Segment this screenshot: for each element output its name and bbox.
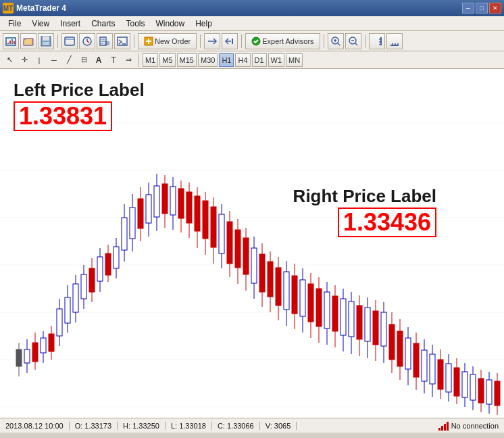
status-high: H: 1.33250	[118, 422, 166, 430]
trendline-button[interactable]: ╱	[62, 53, 76, 67]
chart-shift-icon	[224, 36, 235, 47]
svg-rect-111	[268, 262, 273, 297]
text-button[interactable]: A	[92, 53, 105, 67]
profiles-button[interactable]	[61, 33, 78, 49]
arrow-button[interactable]: ⇒	[122, 53, 135, 67]
channel-button[interactable]: ⊟	[77, 53, 91, 67]
new-order-button[interactable]: New Order	[138, 33, 197, 49]
timeframe-h4[interactable]: H4	[235, 53, 250, 67]
open-icon	[23, 36, 34, 47]
price-scale-button[interactable]	[369, 33, 385, 49]
expert-advisors-icon	[251, 36, 261, 46]
svg-rect-75	[122, 218, 127, 250]
svg-rect-119	[300, 280, 305, 316]
menu-window[interactable]: Window	[151, 18, 191, 30]
crosshair-button[interactable]: ✛	[18, 53, 31, 67]
svg-rect-97	[211, 207, 216, 247]
svg-rect-55	[41, 338, 46, 353]
menu-tools[interactable]: Tools	[121, 18, 151, 30]
svg-rect-147	[413, 343, 419, 377]
svg-rect-49	[16, 349, 22, 366]
navigator-icon	[82, 36, 93, 47]
timeframe-m5[interactable]: M5	[159, 53, 175, 67]
svg-rect-129	[341, 299, 346, 335]
menu-help[interactable]: Help	[190, 18, 218, 30]
svg-rect-107	[251, 248, 257, 283]
chart-shift-button[interactable]	[222, 33, 238, 49]
timeframe-h1[interactable]: H1	[219, 53, 234, 67]
svg-rect-163	[478, 379, 484, 403]
navigator-button[interactable]	[79, 33, 95, 49]
svg-rect-18	[105, 41, 109, 45]
left-price-value: 1.33831	[19, 102, 107, 130]
save-button[interactable]	[38, 33, 54, 49]
svg-rect-121	[308, 284, 313, 322]
window-controls: ─ □ ✕	[462, 3, 501, 14]
timeframe-m30[interactable]: M30	[198, 53, 218, 67]
svg-rect-143	[397, 331, 403, 366]
svg-rect-9	[65, 37, 74, 45]
connection-text: No connection	[451, 422, 499, 430]
svg-rect-65	[81, 274, 86, 299]
svg-rect-141	[389, 324, 395, 360]
menu-file[interactable]: File	[3, 18, 26, 30]
close-button[interactable]: ✕	[489, 3, 501, 14]
left-price-box: 1.33831	[14, 101, 112, 131]
right-price-value: 1.33436	[343, 208, 431, 236]
time-scale-button[interactable]	[386, 33, 403, 49]
timeframe-m15[interactable]: M15	[177, 53, 197, 67]
svg-rect-149	[422, 350, 427, 381]
svg-rect-73	[114, 247, 119, 268]
save-icon	[41, 36, 51, 47]
svg-rect-155	[446, 364, 451, 392]
expert-advisors-button[interactable]: Expert Advisors	[245, 33, 320, 49]
svg-rect-59	[57, 309, 62, 336]
svg-rect-127	[332, 296, 338, 331]
left-price-label-text: Left Price Label	[14, 81, 145, 99]
zoom-out-button[interactable]	[345, 33, 361, 49]
svg-rect-167	[495, 381, 500, 406]
minimize-button[interactable]: ─	[462, 3, 474, 14]
toolbar-separator-4	[241, 34, 242, 48]
new-chart-button[interactable]	[3, 33, 19, 49]
history-button[interactable]	[97, 33, 113, 49]
timeframe-mn[interactable]: MN	[286, 53, 303, 67]
svg-rect-91	[186, 192, 192, 223]
label-button[interactable]: T	[107, 53, 120, 67]
menu-view[interactable]: View	[26, 18, 55, 30]
autoscroll-button[interactable]	[204, 33, 220, 49]
toolbar-main: New Order Expert Advisors	[0, 31, 504, 51]
svg-line-29	[338, 43, 340, 45]
title-bar-title: MetaTrader 4	[16, 3, 66, 13]
open-button[interactable]	[20, 33, 36, 49]
cursor-button[interactable]: ↖	[3, 53, 16, 67]
svg-rect-8	[43, 42, 49, 45]
timeframe-m1[interactable]: M1	[143, 53, 158, 67]
svg-rect-99	[219, 214, 224, 253]
svg-rect-69	[97, 257, 103, 281]
toolbar-separator-6	[365, 34, 366, 48]
menu-charts[interactable]: Charts	[86, 18, 120, 30]
svg-rect-77	[130, 208, 135, 239]
vertical-line-button[interactable]: |	[32, 53, 46, 67]
history-icon	[99, 36, 110, 47]
chart-area[interactable]: Left Price Label 1.33831 Right Price Lab…	[0, 69, 504, 418]
svg-rect-109	[259, 254, 265, 292]
zoom-in-button[interactable]	[328, 33, 344, 49]
terminal-button[interactable]	[114, 33, 130, 49]
svg-rect-113	[276, 268, 281, 306]
status-open: O: 1.33173	[70, 422, 118, 430]
svg-rect-157	[454, 368, 459, 396]
maximize-button[interactable]: □	[476, 3, 488, 14]
svg-rect-123	[316, 289, 322, 326]
svg-rect-83	[154, 186, 159, 217]
svg-rect-95	[203, 201, 208, 239]
signal-bar-1	[438, 428, 440, 431]
svg-rect-117	[292, 276, 297, 314]
menu-insert[interactable]: Insert	[55, 18, 86, 30]
timeframe-d1[interactable]: D1	[252, 53, 267, 67]
timeframe-w1[interactable]: W1	[268, 53, 285, 67]
title-bar: MT MetaTrader 4 ─ □ ✕	[0, 0, 504, 16]
svg-rect-139	[381, 312, 386, 346]
horizontal-line-button[interactable]: ─	[47, 53, 61, 67]
